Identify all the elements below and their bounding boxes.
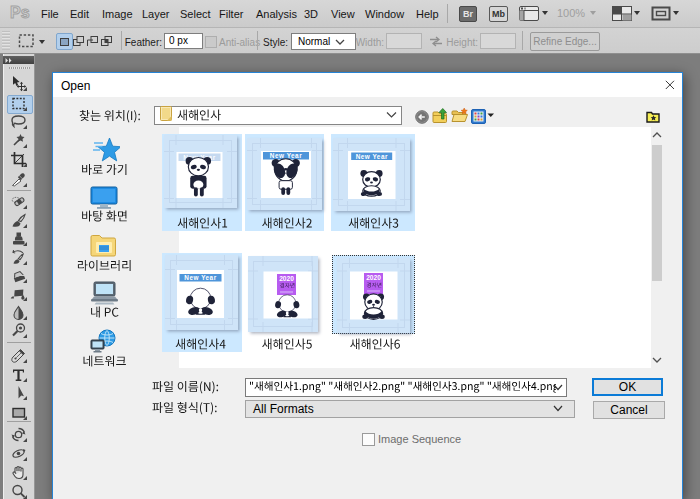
svg-text:New Year: New Year <box>356 153 388 160</box>
svg-text:New Year: New Year <box>184 274 216 281</box>
svg-text:New Year: New Year <box>270 152 302 159</box>
svg-text:2020: 2020 <box>366 274 381 281</box>
svg-text:2020: 2020 <box>279 275 294 282</box>
